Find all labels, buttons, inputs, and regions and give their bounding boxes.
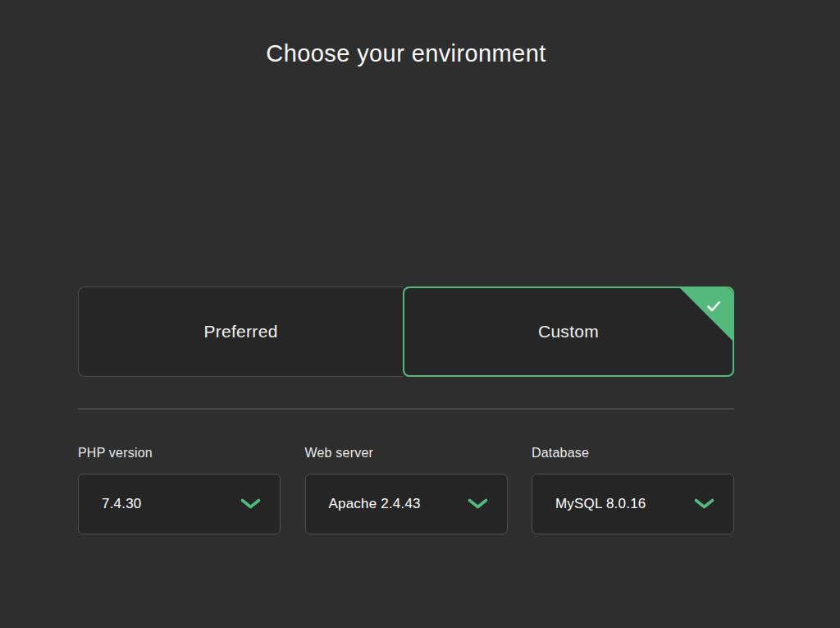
web-server-select[interactable]: Apache 2.4.43 [305,474,508,534]
php-version-select[interactable]: 7.4.30 [78,474,281,534]
environment-fields: PHP version 7.4.30 Web server Apache 2.4… [78,446,734,534]
php-version-value: 7.4.30 [102,496,141,512]
chevron-down-icon [694,498,714,510]
web-server-label: Web server [305,446,508,461]
environment-setup-screen: Choose your environment Preferred Custom… [0,0,840,628]
database-field: Database MySQL 8.0.16 [532,446,734,534]
php-version-field: PHP version 7.4.30 [78,446,281,534]
chevron-down-icon [468,498,488,510]
php-version-label: PHP version [78,446,281,461]
chevron-down-icon [240,498,261,510]
database-label: Database [532,446,734,461]
web-server-value: Apache 2.4.43 [329,496,421,512]
divider [78,408,734,410]
tab-custom[interactable]: Custom [403,286,734,377]
database-select[interactable]: MySQL 8.0.16 [532,474,734,534]
page-title: Choose your environment [78,41,734,67]
tab-preferred[interactable]: Preferred [78,286,403,377]
environment-tabs: Preferred Custom [78,286,734,377]
tab-custom-label: Custom [538,322,599,342]
check-icon [705,297,723,319]
web-server-field: Web server Apache 2.4.43 [305,446,508,534]
database-value: MySQL 8.0.16 [555,496,646,512]
tab-preferred-label: Preferred [203,322,277,342]
